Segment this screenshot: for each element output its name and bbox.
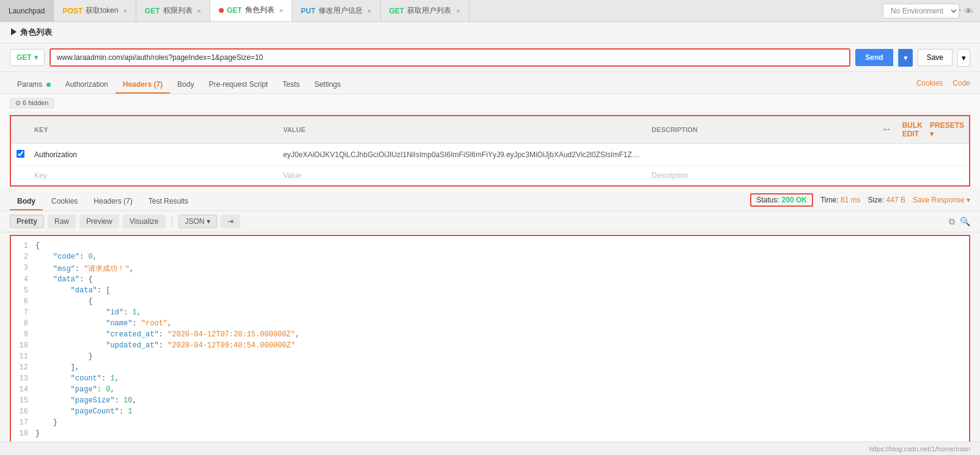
send-button[interactable]: Send [855,49,893,66]
search-icon[interactable]: 🔍 [960,216,970,226]
method-label: GET [17,53,32,62]
tab-launchpad[interactable]: Launchpad [0,0,54,21]
sub-tabs: Params Authorization Headers (7) Body Pr… [0,72,358,94]
header-value: eyJ0eXAiOiJKV1QiLCJhbGciOiJIUzI1NiIsImp0… [283,150,647,159]
format-bar: Pretty Raw Preview Visualize JSON ▾ ⇥ ⧉ … [0,211,980,232]
save-dropdown-button[interactable]: ▾ [957,49,970,67]
footer-url: https://blog.csdn.net/1/home/main [869,445,970,453]
url-input[interactable] [51,50,850,65]
json-line-12: 12 ], [11,363,969,374]
tab-method-put: PUT [301,7,315,15]
tab-put-user[interactable]: PUT 修改用户信息 × [292,0,380,21]
json-line-2: 2 "code": 0, [11,252,969,263]
hidden-headers-badge: ⊙ 6 hidden [10,98,54,108]
params-indicator [46,83,51,87]
tab-pre-request[interactable]: Pre-request Script [201,75,275,94]
json-line-4: 4 "data": { [11,275,969,286]
desc-col-header: DESCRIPTION [647,124,896,136]
json-line-7: 7 "id": 1, [11,308,969,319]
status-label: Status: [756,196,779,204]
env-bar: No Environment 👁 [875,0,980,22]
tab-authorization[interactable]: Authorization [58,75,116,94]
tab-get-permissions[interactable]: GET 权限列表 × [136,0,210,21]
response-tab-body[interactable]: Body [10,192,43,210]
tab-label: 角色列表 [245,5,274,15]
save-button[interactable]: Save [918,49,952,66]
tab-label: 获取用户列表 [407,6,451,16]
bulk-edit-button[interactable]: Bulk Edit [902,121,923,138]
response-tab-cookies[interactable]: Cookies [44,192,85,210]
tab-bar: Launchpad POST 获取token × GET 权限列表 × GET … [0,0,980,22]
empty-key-cell: Key [29,169,278,182]
response-tab-test-results[interactable]: Test Results [141,192,196,210]
headers-table-header: KEY VALUE DESCRIPTION ··· Bulk Edit Pres… [11,116,969,144]
close-icon[interactable]: × [367,7,371,15]
response-tab-headers[interactable]: Headers (7) [86,192,139,210]
json-format-dropdown[interactable]: JSON ▾ [179,215,217,228]
tab-tests[interactable]: Tests [275,75,307,94]
close-icon[interactable]: × [279,7,283,14]
tab-label: Launchpad [9,7,45,15]
tab-get-users[interactable]: GET 获取用户列表 × [381,0,470,21]
tab-label: Body [17,197,35,205]
more-options-icon[interactable]: ··· [883,125,890,135]
tab-label: 获取token [86,6,118,16]
code-link[interactable]: Code [952,79,970,87]
tab-label: Params [17,80,42,89]
url-input-wrapper [50,48,851,67]
response-header-row: Body Cookies Headers (7) Test Results [0,189,980,211]
key-col-header: KEY [29,124,278,136]
tab-settings[interactable]: Settings [307,75,348,94]
key-value: Authorization [34,150,77,159]
header-checkbox[interactable] [17,150,24,158]
header-row-authorization: Authorization eyJ0eXAiOiJKV1QiLCJhbGciOi… [11,144,969,166]
tab-headers[interactable]: Headers (7) [116,75,170,94]
response-status-bar: Status: 200 OK Time: 81 ms Size: 447 B S… [750,193,970,207]
tab-label: 修改用户信息 [319,6,363,16]
json-line-3: 3 "msg": "请求成功！", [11,263,969,275]
cookies-link[interactable]: Cookies [916,79,943,87]
close-icon[interactable]: × [456,7,460,15]
close-icon[interactable]: × [123,7,127,15]
tab-label: Headers (7) [123,80,163,89]
tab-label: 权限列表 [163,6,193,16]
close-icon[interactable]: × [197,7,201,15]
status-code: 200 OK [782,196,807,204]
json-line-13: 13 "count": 1, [11,374,969,385]
format-preview-button[interactable]: Preview [79,215,119,228]
value-col-header: VALUE [278,124,647,136]
tab-label: Headers (7) [94,197,132,205]
method-dropdown[interactable]: GET ▾ [10,49,45,66]
save-response-button[interactable]: Save Response ▾ [913,196,970,204]
json-line-6: 6 { [11,297,969,308]
environment-select[interactable]: No Environment [883,4,959,18]
copy-icon[interactable]: ⧉ [949,216,955,227]
empty-value-cell: Value [278,169,647,182]
format-right-actions: ⧉ 🔍 [949,216,970,227]
json-line-17: 17 } [11,418,969,429]
request-title: ▶ 角色列表 [10,27,52,38]
tab-post-token[interactable]: POST 获取token × [54,0,136,21]
json-line-14: 14 "page": 0, [11,385,969,396]
desc-placeholder: Description [652,171,688,180]
tab-label: Tests [282,80,300,89]
send-dropdown-button[interactable]: ▾ [898,49,913,67]
tab-method-post: POST [62,7,83,15]
size-label: Size: 447 B [868,196,905,204]
json-line-11: 11 } [11,352,969,363]
json-line-15: 15 "pageSize": 10, [11,396,969,407]
json-output: 1 { 2 "code": 0, 3 "msg": "请求成功！", 4 "da… [10,235,970,446]
tab-body[interactable]: Body [170,75,201,94]
format-raw-button[interactable]: Raw [48,215,76,228]
value-cell: eyJ0eXAiOiJKV1QiLCJhbGciOiJIUzI1NiIsImp0… [278,148,647,161]
format-pretty-button[interactable]: Pretty [10,215,44,228]
presets-button[interactable]: Presets ▾ [930,121,964,138]
format-visualize-button[interactable]: Visualize [123,215,166,228]
indent-button[interactable]: ⇥ [221,215,240,228]
time-label: Time: 81 ms [820,196,861,204]
empty-desc-cell: Description [647,169,896,182]
tab-params[interactable]: Params [10,75,58,94]
tab-get-roles[interactable]: GET 角色列表 × [210,0,292,21]
key-placeholder: Key [34,171,47,180]
eye-icon[interactable]: 👁 [964,6,973,16]
